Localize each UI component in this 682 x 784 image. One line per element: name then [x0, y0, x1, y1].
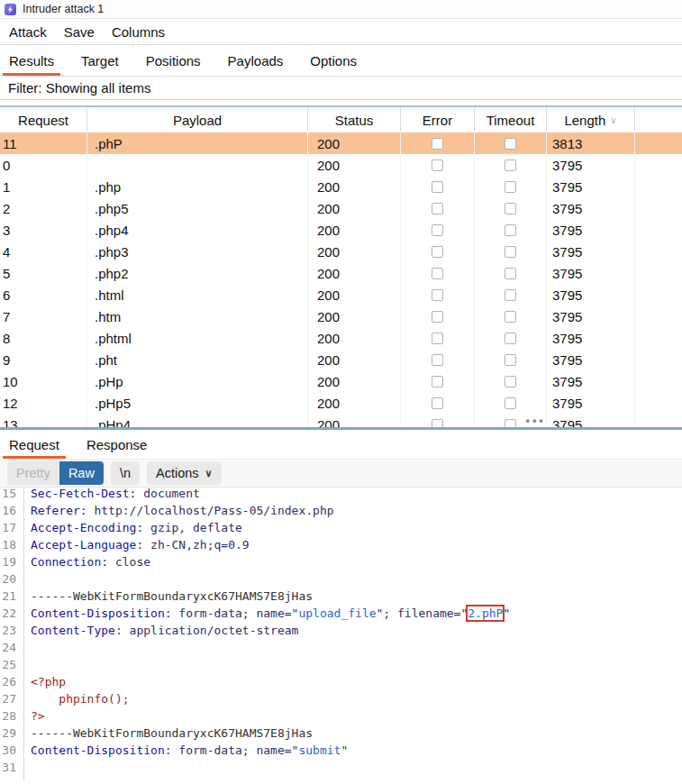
timeout-checkbox[interactable] [505, 376, 516, 387]
code-line: Accept-Encoding: gzip, deflate [31, 519, 682, 536]
column-header-timeout[interactable]: Timeout [475, 107, 547, 132]
table-body: 11.phP2003813020037951.php20037952.php52… [0, 132, 682, 427]
timeout-checkbox[interactable] [505, 160, 516, 171]
timeout-checkbox[interactable] [505, 181, 516, 193]
tab-payloads[interactable]: Payloads [222, 45, 290, 76]
timeout-checkbox[interactable] [505, 138, 516, 150]
tab-request[interactable]: Request [3, 430, 66, 459]
table-row[interactable]: 2.php52003795 [0, 197, 682, 219]
error-checkbox[interactable] [432, 203, 443, 214]
code-token: Accept-Encoding: [31, 521, 143, 534]
error-cell [401, 176, 475, 197]
table-row[interactable]: 9.pht2003795 [0, 349, 682, 370]
line-number: 21 [0, 588, 16, 605]
error-checkbox[interactable] [432, 181, 443, 193]
timeout-checkbox[interactable] [505, 333, 516, 344]
timeout-cell [475, 262, 547, 284]
table-header-row: RequestPayloadStatusErrorTimeoutLength∨ [0, 107, 682, 132]
timeout-checkbox[interactable] [505, 246, 516, 258]
error-checkbox[interactable] [432, 311, 443, 323]
table-row[interactable]: 7.htm2003795 [0, 305, 682, 327]
editor-toolbar: Pretty Raw \n Actions ∨ [0, 460, 682, 488]
tab-target[interactable]: Target [75, 45, 125, 76]
actions-button[interactable]: Actions ∨ [147, 461, 222, 485]
menu-bar: AttackSaveColumns [0, 19, 682, 45]
table-row[interactable]: 10.pHp2003795 [0, 370, 682, 392]
timeout-checkbox[interactable] [505, 268, 516, 279]
error-checkbox[interactable] [432, 419, 443, 428]
code-token: form-data; name=" [172, 743, 299, 757]
code-token: application/octet-stream [123, 624, 299, 637]
menu-columns[interactable]: Columns [112, 24, 165, 40]
table-row[interactable]: 02003795 [0, 154, 682, 176]
error-checkbox[interactable] [432, 376, 443, 387]
timeout-checkbox[interactable] [505, 419, 516, 428]
error-checkbox[interactable] [432, 397, 443, 409]
code-token: close [108, 555, 150, 569]
table-row[interactable]: 3.php42003795 [0, 219, 682, 241]
column-header-payload[interactable]: Payload [87, 107, 308, 132]
table-row[interactable]: 8.phtml2003795 [0, 327, 682, 349]
menu-attack[interactable]: Attack [9, 24, 47, 40]
tab-response[interactable]: Response [80, 430, 154, 459]
timeout-checkbox[interactable] [505, 289, 516, 301]
payload-cell: .pHp4 [87, 414, 308, 427]
code-line: ?> [31, 707, 682, 725]
error-checkbox[interactable] [432, 224, 443, 236]
filter-bar[interactable]: Filter: Showing all items [0, 77, 682, 100]
timeout-checkbox[interactable] [505, 397, 516, 409]
table-row[interactable]: 13.pHp42003795 [0, 414, 682, 427]
timeout-cell [475, 176, 547, 197]
error-checkbox[interactable] [432, 138, 443, 150]
timeout-cell [475, 305, 547, 327]
code-line [31, 570, 682, 588]
table-row[interactable]: 1.php2003795 [0, 176, 682, 197]
error-checkbox[interactable] [432, 289, 443, 301]
request-cell: 8 [0, 327, 87, 349]
menu-save[interactable]: Save [64, 24, 95, 40]
column-header-error[interactable]: Error [401, 107, 475, 132]
tab-results[interactable]: Results [3, 45, 60, 76]
column-header-status[interactable]: Status [308, 107, 401, 132]
error-checkbox[interactable] [432, 246, 443, 258]
timeout-checkbox[interactable] [505, 224, 516, 236]
timeout-checkbox[interactable] [505, 311, 516, 323]
newline-toggle-button[interactable]: \n [111, 461, 140, 485]
table-row[interactable]: 6.html2003795 [0, 284, 682, 305]
code-line: Content-Disposition: form-data; name="up… [31, 605, 682, 622]
length-cell: 3795 [547, 241, 635, 262]
pretty-raw-segment: Pretty Raw [7, 461, 104, 485]
length-cell: 3813 [547, 132, 635, 154]
payload-cell: .pHp [87, 370, 308, 392]
line-number: 23 [0, 622, 16, 639]
code-token: ------WebKitFormBoundaryxcK67HAMS7E8jHas [31, 589, 313, 603]
filler-cell [635, 132, 682, 154]
table-row[interactable]: 5.php22003795 [0, 262, 682, 284]
table-row[interactable]: 11.phP2003813 [0, 132, 682, 154]
error-checkbox[interactable] [432, 268, 443, 279]
timeout-checkbox[interactable] [505, 354, 516, 366]
code-line: Accept-Language: zh-CN,zh;q=0.9 [31, 536, 682, 553]
splitter-handle[interactable]: ●●● [525, 416, 545, 425]
error-checkbox[interactable] [432, 160, 443, 171]
panel-splitter[interactable]: ●●● [0, 427, 682, 430]
request-editor[interactable]: 1516171819202122232425262728293031 Sec-F… [0, 488, 682, 780]
timeout-checkbox[interactable] [505, 203, 516, 214]
tab-options[interactable]: Options [304, 45, 363, 76]
raw-button[interactable]: Raw [59, 461, 104, 485]
error-cell [401, 284, 475, 305]
table-row[interactable]: 4.php32003795 [0, 241, 682, 262]
error-checkbox[interactable] [432, 333, 443, 344]
pretty-button[interactable]: Pretty [7, 461, 59, 485]
table-row[interactable]: 12.pHp52003795 [0, 392, 682, 414]
status-cell: 200 [308, 349, 401, 370]
column-header-request[interactable]: Request [0, 107, 87, 132]
error-checkbox[interactable] [432, 354, 443, 366]
length-cell: 3795 [547, 154, 635, 176]
error-cell [401, 241, 475, 262]
column-header-length[interactable]: Length∨ [547, 107, 635, 132]
tab-positions[interactable]: Positions [140, 45, 207, 76]
timeout-cell [475, 241, 547, 262]
column-label-request: Request [18, 113, 68, 128]
column-label-error: Error [423, 113, 452, 128]
